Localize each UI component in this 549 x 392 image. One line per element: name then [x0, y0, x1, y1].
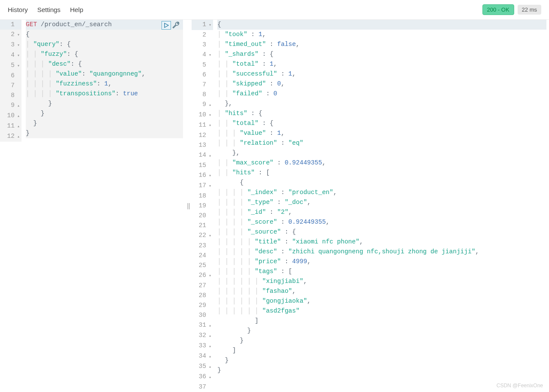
code-line[interactable]: │ "took" : 1, [217, 30, 546, 40]
code-line[interactable]: │ │ "hits" : [ [217, 168, 546, 178]
code-line[interactable]: │ │ │ │ │ "tags" : [ [217, 267, 546, 277]
gutter-line: 17▾ [192, 181, 213, 191]
code-line[interactable]: │ │ │ │ │ │ "fashao", [217, 286, 546, 296]
gutter-line: 3 [192, 40, 213, 50]
run-button[interactable] [162, 21, 171, 30]
code-line[interactable]: │ │ │ "value" : 1, [217, 128, 546, 138]
code-line[interactable]: │ │ │ │ "_score" : 0.92449355, [217, 217, 546, 227]
code-line[interactable]: } [26, 128, 183, 138]
gutter-line: 2 [192, 30, 213, 40]
menu-settings[interactable]: Settings [37, 6, 61, 13]
workspace: 12▾3▾4▾5▾6789▴10▴11▴12▴GET /product_en/_… [0, 20, 549, 392]
code-line[interactable]: │ │ "failed" : 0 [217, 89, 546, 99]
gutter-line: 34▴ [192, 351, 213, 362]
gutter-line: 6 [192, 70, 213, 80]
gutter-line: 18 [192, 191, 213, 201]
code-line[interactable]: │ │ "max_score" : 0.92449355, [217, 158, 546, 168]
pane-splitter[interactable]: ‖ [186, 20, 192, 392]
gutter-line: 36▴ [192, 372, 213, 382]
gutter-line: 10▾ [192, 110, 213, 120]
gutter-line: 15 [192, 161, 213, 170]
request-pane[interactable]: 12▾3▾4▾5▾6789▴10▴11▴12▴GET /product_en/_… [0, 20, 186, 392]
code-line[interactable]: │ │ │ "relation" : "eq" [217, 138, 546, 148]
code-line[interactable]: │ │ │ │ │ │ "xingjiabi", [217, 277, 546, 286]
code-line[interactable]: } [217, 365, 546, 375]
gutter-line: 25 [192, 261, 213, 270]
gutter-line: 1 [0, 20, 21, 30]
gutter-line: 24 [192, 251, 213, 261]
code-line[interactable]: GET /product_en/_search [26, 20, 183, 30]
code-line[interactable]: │ "_shards" : { [217, 49, 546, 59]
response-pane[interactable]: 1▾234▾56789▴10▾11▾121314▴1516▾17▾1819202… [192, 20, 549, 392]
gutter-line: 22▾ [192, 231, 213, 241]
code-line[interactable]: } [217, 326, 546, 336]
code-line[interactable]: │ │ "skipped" : 0, [217, 79, 546, 89]
code-line[interactable]: │ "query": { [26, 40, 183, 49]
gutter-line: 1▾ [192, 20, 213, 30]
gutter-line: 13 [192, 140, 213, 150]
gutter-line: 11▴ [0, 121, 21, 131]
code-line[interactable]: │ │ │ │ "_source" : { [217, 227, 546, 237]
play-icon [164, 23, 169, 28]
gutter-line: 14▴ [192, 150, 213, 161]
code-line[interactable]: │ │ "successful" : 1, [217, 69, 546, 79]
code-line[interactable]: }, [217, 99, 546, 109]
gutter-line: 32▴ [192, 331, 213, 341]
code-line[interactable]: │ │ │ │ │ "price" : 4999, [217, 257, 546, 267]
code-line[interactable]: │ │ │ │ "_type" : "_doc", [217, 198, 546, 207]
code-line[interactable]: │ │ │ │ "value": "quangongnneg", [26, 69, 183, 79]
gutter-line: 30 [192, 310, 213, 320]
gutter-line: 4▾ [0, 50, 21, 61]
gutter-line: 23 [192, 241, 213, 251]
code-line[interactable]: { [26, 30, 183, 40]
gutter-line: 21 [192, 221, 213, 231]
gutter-line: 26▾ [192, 270, 213, 281]
code-line[interactable]: │ │ │ │ │ │ "asd2fgas" [217, 306, 546, 316]
code-line[interactable]: │ │ │ "desc": { [26, 59, 183, 69]
gutter-line: 27 [192, 281, 213, 291]
code-line[interactable]: │ │ "fuzzy": { [26, 49, 183, 59]
gutter-line: 5 [192, 60, 213, 70]
gutter-line: 2▾ [0, 30, 21, 40]
gutter-line: 33▴ [192, 341, 213, 351]
code-line[interactable]: │ │ │ │ │ │ "gongjiaoka", [217, 296, 546, 306]
gutter-line: 35▴ [192, 362, 213, 372]
code-line[interactable]: │ │ "total" : { [217, 119, 546, 128]
gutter-line: 9▴ [0, 100, 21, 111]
code-line[interactable]: ] [217, 316, 546, 326]
menu-history[interactable]: History [8, 6, 28, 13]
gutter-line: 10▴ [0, 111, 21, 121]
code-line[interactable]: │ "hits" : { [217, 109, 546, 119]
code-line[interactable]: } [26, 119, 183, 128]
wrench-icon [172, 21, 180, 30]
code-line[interactable]: } [26, 99, 183, 109]
svg-marker-0 [165, 23, 168, 27]
menu-help[interactable]: Help [70, 6, 83, 13]
code-line[interactable]: │ "timed_out" : false, [217, 40, 546, 49]
gutter-line: 28 [192, 291, 213, 301]
code-line[interactable]: │ │ │ │ │ "title" : "xiaomi nfc phone", [217, 237, 546, 247]
gutter-line: 8 [192, 90, 213, 100]
gutter-line: 4▾ [192, 50, 213, 60]
code-line[interactable]: ] [217, 346, 546, 356]
code-line[interactable]: } [26, 109, 183, 119]
code-line[interactable]: } [217, 336, 546, 346]
gutter-line: 6 [0, 71, 21, 81]
code-line[interactable]: │ │ │ │ "_index" : "product_en", [217, 188, 546, 198]
gutter-line: 31▴ [192, 320, 213, 331]
code-line[interactable]: │ │ │ │ "_id" : "2", [217, 207, 546, 217]
watermark: CSDN @FeenixOne [497, 383, 543, 389]
gutter-line: 7 [192, 80, 213, 90]
code-line[interactable]: { [217, 20, 546, 30]
code-line[interactable]: │ │ │ │ │ "desc" : "zhichi quangongneng … [217, 247, 546, 257]
gutter-line: 12▴ [0, 131, 21, 142]
code-line[interactable]: │ │ "total" : 1, [217, 59, 546, 69]
code-line[interactable]: │ │ │ │ "transpositions": true [26, 89, 183, 99]
wrench-button[interactable] [172, 21, 180, 30]
code-line[interactable]: }, [217, 148, 546, 158]
code-line[interactable]: } [217, 356, 546, 365]
code-line[interactable]: │ │ │ │ "fuzziness": 1, [26, 79, 183, 89]
gutter-line: 37 [192, 382, 213, 392]
gutter-line: 11▾ [192, 120, 213, 131]
code-line[interactable]: { [217, 178, 546, 188]
